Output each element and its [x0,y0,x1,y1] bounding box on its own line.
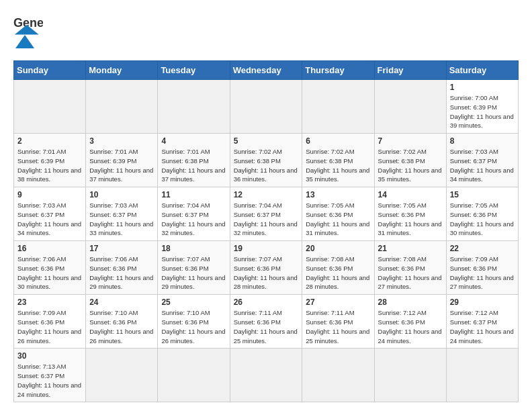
day-info: Sunrise: 7:08 AMSunset: 6:36 PMDaylight:… [378,255,443,291]
day-number: 30 [17,351,82,361]
day-number: 27 [306,298,370,307]
day-info: Sunrise: 7:06 AMSunset: 6:36 PMDaylight:… [89,255,154,291]
day-info: Sunrise: 7:09 AMSunset: 6:36 PMDaylight:… [450,255,515,291]
logo: General [13,13,43,50]
calendar-day: 25Sunrise: 7:10 AMSunset: 6:36 PMDayligh… [158,295,230,349]
calendar-day: 22Sunrise: 7:09 AMSunset: 6:36 PMDayligh… [446,241,518,295]
day-info: Sunrise: 7:02 AMSunset: 6:38 PMDaylight:… [234,147,299,184]
day-info: Sunrise: 7:01 AMSunset: 6:38 PMDaylight:… [161,147,226,184]
calendar-day: 30Sunrise: 7:13 AMSunset: 6:37 PMDayligh… [14,349,86,402]
day-number: 18 [161,244,226,253]
day-info: Sunrise: 7:05 AMSunset: 6:36 PMDaylight:… [306,201,370,238]
calendar-day: 29Sunrise: 7:12 AMSunset: 6:37 PMDayligh… [446,295,518,349]
calendar-day: 13Sunrise: 7:05 AMSunset: 6:36 PMDayligh… [302,187,374,241]
logo-icon: General [13,13,43,38]
weekday-header-sunday: Sunday [14,61,86,80]
day-number: 29 [450,298,515,307]
calendar-day [230,349,302,402]
day-number: 19 [234,244,299,253]
day-info: Sunrise: 7:05 AMSunset: 6:36 PMDaylight:… [378,201,443,238]
day-number: 25 [161,298,226,307]
day-info: Sunrise: 7:10 AMSunset: 6:36 PMDaylight:… [89,308,154,345]
day-info: Sunrise: 7:10 AMSunset: 6:36 PMDaylight:… [161,308,226,345]
day-number: 5 [234,136,299,146]
day-info: Sunrise: 7:12 AMSunset: 6:36 PMDaylight:… [378,308,443,345]
day-number: 12 [234,190,299,199]
day-number: 11 [161,190,226,199]
calendar-day: 28Sunrise: 7:12 AMSunset: 6:36 PMDayligh… [374,295,446,349]
weekday-header-friday: Friday [374,61,446,80]
calendar-day: 18Sunrise: 7:07 AMSunset: 6:36 PMDayligh… [158,241,230,295]
calendar-day: 17Sunrise: 7:06 AMSunset: 6:36 PMDayligh… [86,241,158,295]
calendar-day [86,349,158,402]
day-info: Sunrise: 7:00 AMSunset: 6:39 PMDaylight:… [450,93,515,130]
day-number: 9 [17,190,82,199]
calendar-day [158,349,230,402]
day-info: Sunrise: 7:07 AMSunset: 6:36 PMDaylight:… [234,255,299,291]
day-number: 13 [306,190,370,199]
calendar-day [374,349,446,402]
day-info: Sunrise: 7:01 AMSunset: 6:39 PMDaylight:… [17,147,82,184]
day-number: 24 [89,298,154,307]
day-info: Sunrise: 7:03 AMSunset: 6:37 PMDaylight:… [89,201,154,238]
calendar-day: 16Sunrise: 7:06 AMSunset: 6:36 PMDayligh… [14,241,86,295]
calendar-day: 6Sunrise: 7:02 AMSunset: 6:38 PMDaylight… [302,134,374,187]
calendar-day [374,80,446,134]
calendar-day: 8Sunrise: 7:03 AMSunset: 6:37 PMDaylight… [446,134,518,187]
day-info: Sunrise: 7:11 AMSunset: 6:36 PMDaylight:… [306,308,370,345]
page-header: General [13,13,519,50]
calendar-day [86,80,158,134]
day-info: Sunrise: 7:05 AMSunset: 6:36 PMDaylight:… [450,201,515,238]
calendar-week-4: 16Sunrise: 7:06 AMSunset: 6:36 PMDayligh… [14,241,519,295]
day-number: 2 [17,136,82,146]
day-number: 17 [89,244,154,253]
svg-marker-2 [15,35,34,48]
calendar-day: 14Sunrise: 7:05 AMSunset: 6:36 PMDayligh… [374,187,446,241]
calendar-day: 23Sunrise: 7:09 AMSunset: 6:36 PMDayligh… [14,295,86,349]
calendar-week-3: 9Sunrise: 7:03 AMSunset: 6:37 PMDaylight… [14,187,519,241]
day-number: 7 [378,136,443,146]
calendar-day: 10Sunrise: 7:03 AMSunset: 6:37 PMDayligh… [86,187,158,241]
calendar-day [14,80,86,134]
day-number: 3 [89,136,154,146]
weekday-header-saturday: Saturday [446,61,518,80]
weekday-header-thursday: Thursday [302,61,374,80]
calendar-day: 24Sunrise: 7:10 AMSunset: 6:36 PMDayligh… [86,295,158,349]
day-number: 8 [450,136,515,146]
day-info: Sunrise: 7:06 AMSunset: 6:36 PMDaylight:… [17,255,82,291]
day-number: 21 [378,244,443,253]
day-number: 22 [450,244,515,253]
day-number: 4 [161,136,226,146]
day-info: Sunrise: 7:09 AMSunset: 6:36 PMDaylight:… [17,308,82,345]
day-info: Sunrise: 7:04 AMSunset: 6:37 PMDaylight:… [161,201,226,238]
calendar-day: 5Sunrise: 7:02 AMSunset: 6:38 PMDaylight… [230,134,302,187]
weekday-header-row: SundayMondayTuesdayWednesdayThursdayFrid… [14,61,519,80]
day-info: Sunrise: 7:03 AMSunset: 6:37 PMDaylight:… [450,147,515,184]
day-number: 16 [17,244,82,253]
calendar-day [302,349,374,402]
calendar-day: 26Sunrise: 7:11 AMSunset: 6:36 PMDayligh… [230,295,302,349]
day-number: 26 [234,298,299,307]
calendar-table: SundayMondayTuesdayWednesdayThursdayFrid… [13,60,519,402]
day-number: 20 [306,244,370,253]
weekday-header-monday: Monday [86,61,158,80]
calendar-week-5: 23Sunrise: 7:09 AMSunset: 6:36 PMDayligh… [14,295,519,349]
calendar-week-2: 2Sunrise: 7:01 AMSunset: 6:39 PMDaylight… [14,134,519,187]
calendar-day: 27Sunrise: 7:11 AMSunset: 6:36 PMDayligh… [302,295,374,349]
calendar-week-1: 1Sunrise: 7:00 AMSunset: 6:39 PMDaylight… [14,80,519,134]
day-info: Sunrise: 7:13 AMSunset: 6:37 PMDaylight:… [17,362,82,399]
day-number: 6 [306,136,370,146]
calendar-day: 20Sunrise: 7:08 AMSunset: 6:36 PMDayligh… [302,241,374,295]
day-number: 28 [378,298,443,307]
calendar-day [230,80,302,134]
day-number: 23 [17,298,82,307]
calendar-day [302,80,374,134]
logo-triangle-icon [15,35,34,48]
calendar-day: 11Sunrise: 7:04 AMSunset: 6:37 PMDayligh… [158,187,230,241]
calendar-day: 1Sunrise: 7:00 AMSunset: 6:39 PMDaylight… [446,80,518,134]
day-number: 15 [450,190,515,199]
calendar-day: 4Sunrise: 7:01 AMSunset: 6:38 PMDaylight… [158,134,230,187]
day-info: Sunrise: 7:04 AMSunset: 6:37 PMDaylight:… [234,201,299,238]
calendar-day [158,80,230,134]
calendar-day: 2Sunrise: 7:01 AMSunset: 6:39 PMDaylight… [14,134,86,187]
